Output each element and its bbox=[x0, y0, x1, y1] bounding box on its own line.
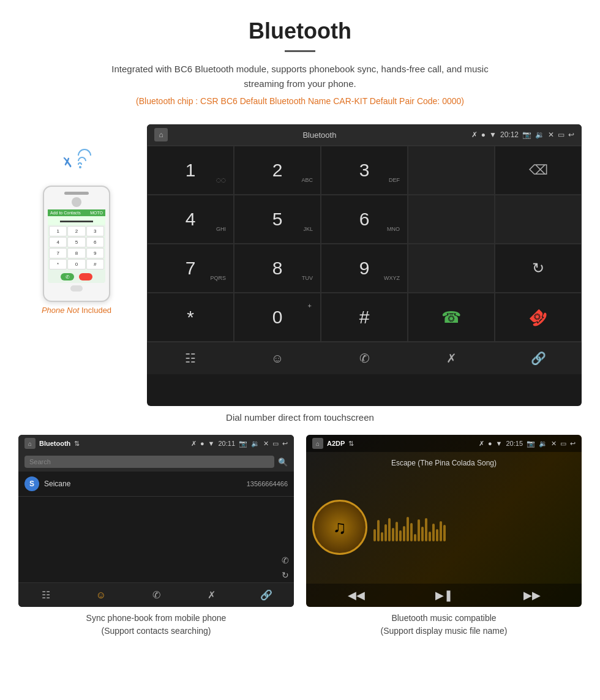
bluetooth-icon: ✗ bbox=[62, 155, 73, 171]
music-caption-line1: Bluetooth music compatible bbox=[391, 613, 496, 623]
phone-image-area: ✗ Add to Contacts MOTO ▬▬▬▬▬▬ 1 2 bbox=[18, 124, 135, 315]
nav-calls[interactable]: ✆ bbox=[321, 342, 408, 374]
time-display: 20:12 bbox=[500, 130, 519, 139]
car-home-icon[interactable]: ⌂ bbox=[154, 128, 168, 141]
nav-bluetooth[interactable]: ✗ bbox=[408, 342, 495, 374]
dial-empty-4 bbox=[408, 244, 495, 293]
viz-bar-20 bbox=[443, 525, 446, 541]
phone-key-4[interactable]: 4 bbox=[49, 237, 67, 247]
dial-keypad-grid: 1 ◌◌ 2 ABC 3 DEF ⌫ 4 GHI 5 JKL bbox=[147, 145, 582, 342]
phone-key-6[interactable]: 6 bbox=[86, 237, 104, 247]
close-icon[interactable]: ✕ bbox=[548, 130, 554, 139]
phone-number-display: ▬▬▬▬▬▬ bbox=[48, 216, 105, 225]
dial-key-7[interactable]: 7 PQRS bbox=[147, 244, 234, 293]
viz-bar-13 bbox=[418, 519, 420, 541]
call-red-icon: ☎ bbox=[525, 304, 552, 331]
phone-key-2[interactable]: 2 bbox=[67, 226, 85, 236]
viz-bar-4 bbox=[384, 524, 387, 541]
phone-call-button[interactable]: ✆ bbox=[61, 273, 74, 280]
pb-window[interactable]: ▭ bbox=[272, 440, 279, 448]
phone-key-0[interactable]: 0 bbox=[67, 259, 85, 269]
viz-bar-2 bbox=[377, 520, 380, 541]
music-win[interactable]: ▭ bbox=[560, 440, 566, 448]
viz-bar-18 bbox=[436, 529, 438, 541]
dial-empty-2 bbox=[408, 195, 495, 244]
phone-included-text: Included bbox=[79, 306, 111, 315]
pb-title: Bluetooth bbox=[39, 440, 70, 447]
phone-key-7[interactable]: 7 bbox=[49, 248, 67, 258]
pb-home-icon[interactable]: ⌂ bbox=[24, 438, 36, 449]
music-album-art: ♫ bbox=[312, 500, 367, 555]
phone-camera bbox=[72, 197, 81, 207]
dial-end-button[interactable]: ☎ bbox=[495, 293, 582, 342]
dial-key-8[interactable]: 8 TUV bbox=[234, 244, 321, 293]
phone-key-3[interactable]: 3 bbox=[86, 226, 104, 236]
phone-key-8[interactable]: 8 bbox=[67, 248, 85, 258]
bottom-screenshots: ⌂ Bluetooth ⇅ ✗ ● ▼ 20:11 📷 🔉 ✕ ▭ ↩ bbox=[0, 435, 600, 638]
dial-key-3[interactable]: 3 DEF bbox=[321, 146, 408, 195]
phone-key-hash[interactable]: # bbox=[86, 259, 104, 269]
dial-key-hash[interactable]: # bbox=[321, 293, 408, 342]
pb-action-icons: ✆ ↻ bbox=[18, 555, 294, 582]
car-status-icons: ✗ ● ▼ 20:12 📷 🔉 ✕ ▭ ↩ bbox=[471, 130, 574, 139]
music-vol[interactable]: 🔉 bbox=[539, 440, 547, 448]
phone-end-button[interactable] bbox=[79, 273, 92, 280]
music-note-icon: ♫ bbox=[333, 517, 347, 538]
dial-key-2[interactable]: 2 ABC bbox=[234, 146, 321, 195]
dial-key-4[interactable]: 4 GHI bbox=[147, 195, 234, 244]
pb-bt-icon: ✗ bbox=[191, 440, 197, 448]
back-icon[interactable]: ↩ bbox=[568, 130, 574, 139]
music-back[interactable]: ↩ bbox=[570, 440, 576, 448]
pb-back[interactable]: ↩ bbox=[282, 440, 288, 448]
phone-home-button[interactable] bbox=[70, 285, 83, 292]
pb-time: 20:11 bbox=[218, 440, 235, 447]
pb-search-input[interactable]: Search bbox=[24, 456, 274, 468]
music-time: 20:15 bbox=[506, 440, 523, 447]
dial-backspace[interactable]: ⌫ bbox=[495, 146, 582, 195]
nav-settings[interactable]: 🔗 bbox=[495, 342, 582, 374]
dial-key-6[interactable]: 6 MNO bbox=[321, 195, 408, 244]
pb-nav-contacts[interactable]: ☺ bbox=[73, 583, 129, 607]
dial-call-button[interactable]: ☎ bbox=[408, 293, 495, 342]
window-icon[interactable]: ▭ bbox=[558, 130, 564, 139]
pb-close[interactable]: ✕ bbox=[263, 440, 269, 448]
nav-contacts[interactable]: ☺ bbox=[234, 342, 321, 374]
pb-contact-row[interactable]: S Seicane 13566664466 bbox=[18, 472, 294, 497]
pb-call-icon[interactable]: ✆ bbox=[282, 555, 289, 565]
music-caption-line2: (Support display music file name) bbox=[381, 626, 508, 636]
viz-bar-12 bbox=[414, 534, 416, 541]
dial-key-0[interactable]: 0 + bbox=[234, 293, 321, 342]
music-next-button[interactable]: ▶▶ bbox=[523, 589, 541, 602]
phone-key-5[interactable]: 5 bbox=[67, 237, 85, 247]
pb-nav-calls[interactable]: ✆ bbox=[129, 583, 184, 607]
pb-nav-settings[interactable]: 🔗 bbox=[239, 583, 294, 607]
phone-key-1[interactable]: 1 bbox=[49, 226, 67, 236]
pb-nav-bt[interactable]: ✗ bbox=[184, 583, 239, 607]
music-bt: ✗ bbox=[479, 440, 484, 448]
music-home-icon[interactable]: ⌂ bbox=[312, 438, 323, 449]
nav-dialpad[interactable]: ☷ bbox=[147, 342, 234, 374]
viz-bar-16 bbox=[429, 532, 431, 541]
music-sig: ▼ bbox=[496, 440, 503, 447]
dial-key-5[interactable]: 5 JKL bbox=[234, 195, 321, 244]
dial-key-1[interactable]: 1 ◌◌ bbox=[147, 146, 234, 195]
pb-nav-dialpad[interactable]: ☷ bbox=[18, 583, 73, 607]
viz-bar-9 bbox=[403, 526, 405, 541]
pb-camera[interactable]: 📷 bbox=[239, 440, 247, 448]
dial-key-star[interactable]: * bbox=[147, 293, 234, 342]
phone-key-star[interactable]: * bbox=[49, 259, 67, 269]
pb-volume[interactable]: 🔉 bbox=[251, 440, 260, 448]
dial-key-9[interactable]: 9 WXYZ bbox=[321, 244, 408, 293]
pb-search-icon[interactable]: 🔍 bbox=[278, 457, 288, 467]
camera-icon[interactable]: 📷 bbox=[522, 130, 531, 139]
music-cam[interactable]: 📷 bbox=[527, 440, 535, 448]
music-play-pause-button[interactable]: ▶❚ bbox=[435, 589, 453, 602]
music-x[interactable]: ✕ bbox=[551, 440, 557, 448]
volume-icon[interactable]: 🔉 bbox=[535, 130, 544, 139]
music-prev-button[interactable]: ◀◀ bbox=[348, 589, 365, 602]
pb-signal: ▼ bbox=[208, 440, 215, 447]
pb-contact-number: 13566664466 bbox=[247, 480, 288, 487]
pb-refresh-icon[interactable]: ↻ bbox=[282, 570, 289, 580]
dial-refresh[interactable]: ↻ bbox=[495, 244, 582, 293]
phone-key-9[interactable]: 9 bbox=[86, 248, 104, 258]
